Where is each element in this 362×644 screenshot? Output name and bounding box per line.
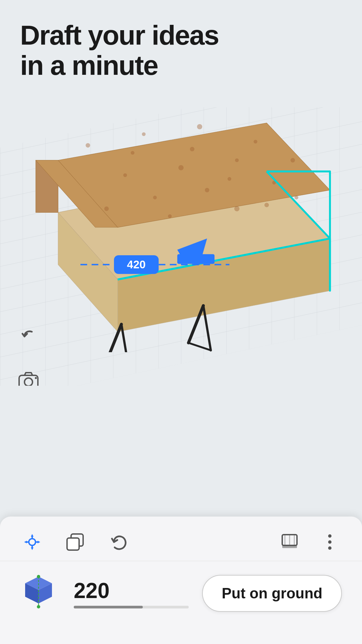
svg-point-7 [142, 132, 145, 136]
put-on-ground-button[interactable]: Put on ground [202, 575, 342, 612]
svg-point-13 [235, 158, 239, 162]
svg-text:420: 420 [127, 258, 146, 271]
bottom-panel: 220 Put on ground [0, 517, 362, 644]
svg-point-11 [123, 173, 127, 177]
header-text-block: Draft your ideas in a minute [20, 20, 219, 80]
duplicate-button[interactable] [63, 530, 87, 554]
toolbar-right-group [278, 530, 342, 554]
svg-point-8 [197, 124, 202, 129]
object-icon-wrapper [20, 573, 60, 613]
svg-rect-60 [67, 538, 79, 550]
svg-point-24 [228, 177, 231, 181]
more-options-button[interactable] [318, 530, 342, 554]
svg-point-16 [205, 188, 209, 192]
svg-point-19 [168, 214, 172, 218]
object-3d-icon [20, 573, 57, 610]
svg-point-22 [131, 151, 134, 155]
svg-point-54 [29, 539, 36, 545]
svg-point-25 [264, 203, 269, 207]
svg-line-39 [107, 324, 121, 352]
scene-background: Draft your ideas in a minute [0, 0, 362, 386]
svg-point-23 [190, 147, 194, 151]
paint-button[interactable] [278, 530, 302, 554]
toolbar-row [0, 523, 362, 561]
svg-rect-36 [177, 254, 215, 264]
svg-point-47 [35, 377, 37, 379]
reset-button[interactable] [106, 530, 130, 554]
3d-scene: 420 [0, 107, 362, 386]
svg-point-21 [295, 196, 298, 199]
svg-point-67 [328, 540, 331, 544]
undo-button[interactable] [13, 322, 44, 352]
svg-point-46 [24, 378, 33, 386]
toolbar-left-group [20, 530, 130, 554]
svg-point-15 [153, 196, 157, 199]
action-row: 220 Put on ground [0, 561, 362, 632]
svg-point-12 [178, 165, 184, 170]
height-section: 220 [74, 578, 189, 608]
svg-point-10 [291, 158, 295, 162]
svg-point-66 [328, 534, 331, 538]
height-bar [74, 606, 189, 608]
svg-line-44 [188, 343, 211, 350]
header-title: Draft your ideas in a minute [20, 20, 219, 80]
svg-point-68 [328, 546, 331, 550]
svg-rect-62 [282, 545, 297, 548]
svg-point-20 [234, 206, 240, 211]
furniture-3d-model: 420 [13, 117, 349, 352]
camera-button[interactable] [13, 366, 44, 386]
height-value: 220 [74, 578, 189, 603]
svg-point-9 [254, 140, 257, 144]
svg-rect-45 [19, 375, 38, 386]
svg-point-18 [104, 207, 109, 211]
height-bar-fill [74, 606, 143, 608]
move-button[interactable] [20, 530, 44, 554]
svg-point-6 [86, 143, 90, 148]
